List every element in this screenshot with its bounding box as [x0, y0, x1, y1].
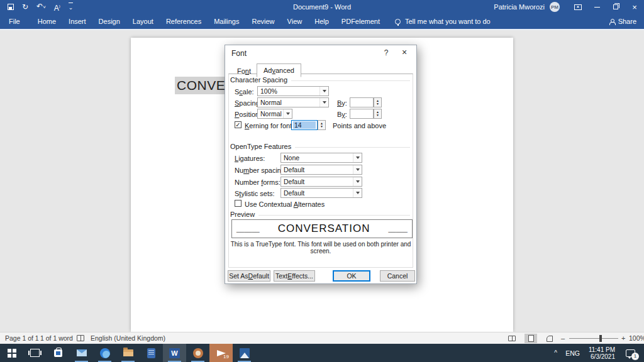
chevron-down-icon[interactable]: [353, 153, 362, 162]
ligatures-dropdown[interactable]: None: [280, 153, 362, 163]
taskbar-photos[interactable]: [233, 344, 256, 362]
stylistic-sets-label: Stylistic sets:: [235, 190, 275, 197]
restore-button[interactable]: [606, 0, 625, 14]
minimize-button[interactable]: [587, 0, 606, 14]
spacing-by-spinner[interactable]: ▲▼: [374, 97, 382, 107]
position-by-field[interactable]: [350, 109, 374, 119]
task-view-button[interactable]: [23, 344, 47, 362]
save-icon[interactable]: [8, 4, 14, 10]
chevron-down-icon[interactable]: [283, 109, 292, 118]
tab-insert[interactable]: Insert: [62, 14, 92, 28]
start-button[interactable]: [0, 344, 23, 362]
text-effects-button[interactable]: Text Effects...: [274, 270, 315, 282]
close-window-button[interactable]: ×: [625, 0, 644, 14]
print-layout-button[interactable]: [525, 334, 537, 343]
taskbar-file-explorer[interactable]: [116, 344, 140, 362]
zoom-slider-track[interactable]: [569, 338, 618, 339]
kerning-label: Kerning for fonts:: [245, 122, 297, 129]
zoom-percentage[interactable]: 100%: [629, 334, 644, 342]
number-spacing-dropdown[interactable]: Default: [280, 165, 362, 175]
kerning-checkbox[interactable]: ✓: [235, 121, 242, 128]
ribbon-display-options-button[interactable]: [569, 0, 587, 14]
read-aloud-icon[interactable]: A): [54, 3, 60, 12]
taskbar-browser[interactable]: [186, 344, 209, 362]
tab-mailings[interactable]: Mailings: [208, 14, 245, 28]
redo-icon[interactable]: ↻: [22, 3, 28, 11]
tab-layout[interactable]: Layout: [126, 14, 160, 28]
user-avatar[interactable]: PM: [550, 2, 560, 12]
taskbar-notes-app[interactable]: [140, 344, 163, 362]
zoom-out-button[interactable]: –: [561, 334, 565, 342]
tab-review[interactable]: Review: [246, 14, 281, 28]
position-by-spinner[interactable]: ▲▼: [374, 109, 382, 119]
tab-pdfelement[interactable]: PDFelement: [335, 14, 386, 28]
signed-in-user[interactable]: Patricia Mworozi: [494, 3, 545, 11]
titlebar-right: Patricia Mworozi PM ×: [494, 0, 644, 14]
font-preview-box: ______ CONVERSATION _____: [231, 219, 413, 238]
tell-me-box[interactable]: Tell me what you want to do: [395, 18, 491, 25]
cancel-button[interactable]: Cancel: [380, 270, 415, 282]
chevron-down-icon[interactable]: [319, 87, 328, 96]
read-mode-button[interactable]: [506, 334, 518, 343]
chevron-down-icon[interactable]: [319, 98, 328, 107]
tell-me-label: Tell me what you want to do: [405, 18, 491, 25]
dialog-tab-advanced[interactable]: Advanced: [257, 63, 301, 77]
dialog-tab-font[interactable]: Font: [231, 65, 257, 77]
chevron-down-icon[interactable]: [353, 177, 362, 186]
chevron-down-icon[interactable]: [353, 165, 362, 174]
spacing-by-label: By:: [337, 99, 347, 107]
undo-icon[interactable]: ↶˅: [36, 3, 46, 11]
tab-help[interactable]: Help: [308, 14, 335, 28]
stylistic-sets-dropdown[interactable]: Default: [280, 188, 362, 198]
contextual-alternates-label: Use Contextual Alternates: [245, 200, 325, 208]
dialog-close-button[interactable]: ×: [399, 47, 410, 57]
web-layout-button[interactable]: [543, 334, 556, 343]
proofing-icon[interactable]: [77, 335, 84, 341]
tab-view[interactable]: View: [281, 14, 309, 28]
notification-icon: 1: [626, 349, 635, 357]
kerning-points-spinner[interactable]: ▲▼: [318, 120, 326, 130]
ligatures-label: Ligatures:: [235, 155, 265, 162]
preview-text: CONVERSATION: [278, 222, 370, 235]
taskbar-edge[interactable]: [93, 344, 116, 362]
folder-icon: [123, 349, 133, 356]
taskbar-clock[interactable]: 11:41 PM 6/3/2021: [589, 346, 615, 362]
tab-references[interactable]: References: [160, 14, 208, 28]
action-center-button[interactable]: 1: [626, 344, 635, 362]
customize-qat-icon[interactable]: ⌄: [69, 3, 74, 11]
spacing-by-field[interactable]: [350, 97, 374, 107]
share-button[interactable]: Share: [609, 18, 636, 25]
set-as-default-button[interactable]: Set As Default: [228, 270, 270, 282]
word-icon: W: [169, 348, 180, 358]
zoom-in-button[interactable]: +: [621, 334, 625, 342]
contextual-alternates-checkbox[interactable]: [235, 200, 242, 207]
language-indicator[interactable]: ENG: [565, 344, 580, 362]
ok-button[interactable]: OK: [333, 270, 370, 282]
chevron-down-icon[interactable]: [353, 189, 362, 197]
zoom-slider-thumb[interactable]: [599, 335, 602, 342]
position-by-label: By:: [337, 111, 347, 118]
undo-dropdown-icon[interactable]: ˅: [43, 4, 46, 10]
page-count[interactable]: Page 1 of 1: [5, 334, 39, 342]
preview-group-heading: Preview: [230, 211, 410, 218]
spacing-dropdown[interactable]: Normal: [257, 97, 329, 107]
clock-time: 11:41 PM: [589, 346, 615, 353]
position-dropdown[interactable]: Normal: [257, 109, 292, 119]
show-hidden-icons-button[interactable]: ^: [554, 344, 557, 362]
tab-home[interactable]: Home: [31, 14, 62, 28]
taskbar-store[interactable]: [47, 344, 70, 362]
language-status[interactable]: English (United Kingdom): [91, 334, 165, 342]
scale-dropdown[interactable]: 100%: [257, 86, 329, 96]
tab-design[interactable]: Design: [92, 14, 126, 28]
kerning-points-field[interactable]: 14: [291, 120, 318, 130]
word-count[interactable]: 1 of 1 word: [40, 334, 73, 342]
share-person-icon: [609, 19, 615, 25]
taskbar-word[interactable]: W: [163, 344, 186, 362]
taskbar-mail[interactable]: [70, 344, 93, 362]
number-forms-dropdown[interactable]: Default: [280, 177, 362, 187]
browser-icon: [193, 348, 203, 358]
status-bar: Page 1 of 1 1 of 1 word English (United …: [0, 332, 644, 344]
dialog-help-button[interactable]: ?: [381, 48, 391, 57]
taskbar-pdfelement[interactable]: 19: [209, 344, 233, 362]
tab-file[interactable]: File: [0, 14, 26, 28]
